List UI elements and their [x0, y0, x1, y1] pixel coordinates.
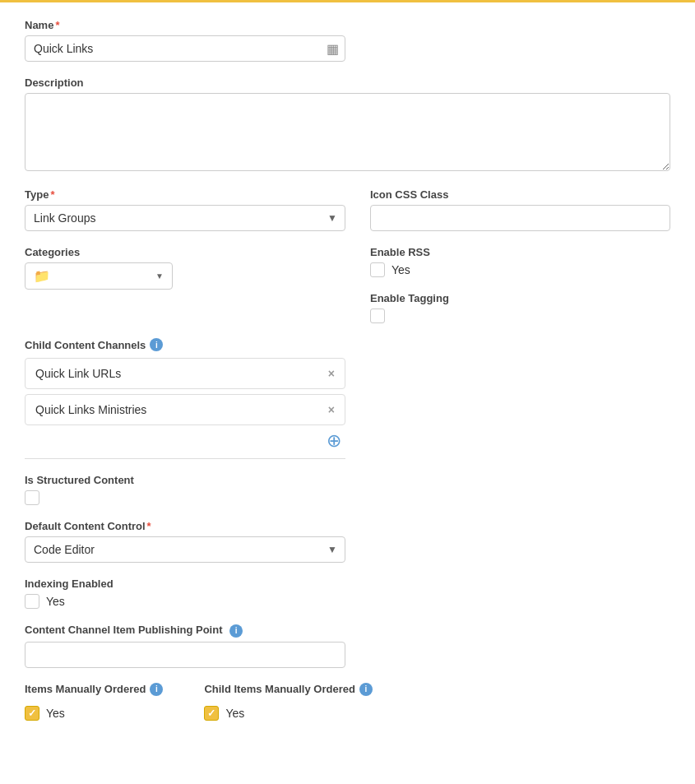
categories-row: Categories 📁 ▼ Enable RSS Yes Enable Tag…: [25, 246, 670, 338]
child-ordered-info-icon[interactable]: i: [359, 683, 373, 696]
add-channel-button[interactable]: ⊕: [327, 430, 341, 452]
name-input-wrapper: ▦: [25, 35, 345, 62]
channel-item-2-text: Quick Links Ministries: [35, 403, 146, 416]
default-content-label: Default Content Control*: [25, 520, 345, 532]
channel-item-1-text: Quick Link URLs: [35, 367, 121, 380]
description-textarea[interactable]: [25, 93, 670, 171]
icon-css-label: Icon CSS Class: [370, 188, 670, 201]
description-group: Description: [25, 77, 670, 174]
type-select-wrapper: Link Groups Content Channel Calendar Eve…: [25, 205, 345, 231]
categories-col: Categories 📁 ▼: [25, 246, 345, 338]
items-ordered-col: Items Manually Ordered i Yes: [25, 683, 163, 721]
enable-tagging-group: Enable Tagging: [370, 292, 670, 323]
indexing-label: Indexing Enabled: [25, 578, 670, 590]
channel-item-2-remove[interactable]: ×: [328, 403, 335, 416]
enable-tagging-label: Enable Tagging: [370, 292, 670, 304]
child-ordered-checkbox-group: Yes: [204, 706, 373, 721]
type-row: Type* Link Groups Content Channel Calend…: [25, 188, 670, 246]
items-ordered-info-icon[interactable]: i: [150, 683, 163, 696]
name-label: Name*: [25, 19, 670, 31]
name-required: *: [55, 19, 59, 31]
channel-item-1: Quick Link URLs ×: [25, 358, 345, 389]
icon-css-col: Icon CSS Class: [370, 188, 670, 246]
enable-rss-label: Enable RSS: [370, 246, 670, 258]
add-channel-wrapper: ⊕: [25, 430, 345, 452]
enable-rss-checkbox[interactable]: [370, 262, 385, 277]
is-structured-checkbox[interactable]: [25, 490, 39, 505]
is-structured-label: Is Structured Content: [25, 474, 670, 486]
child-ordered-col: Child Items Manually Ordered i Yes: [204, 683, 373, 721]
child-channels-info-icon[interactable]: i: [150, 338, 163, 351]
items-ordered-checkbox[interactable]: [25, 706, 39, 721]
categories-label: Categories: [25, 246, 345, 258]
icon-css-group: Icon CSS Class: [370, 188, 670, 231]
child-channels-group: Child Content Channels i Quick Link URLs…: [25, 338, 670, 459]
folder-icon: 📁: [34, 268, 50, 284]
child-channels-label-row: Child Content Channels i: [25, 338, 670, 351]
child-ordered-checkbox[interactable]: [204, 706, 219, 721]
publishing-point-input[interactable]: [25, 642, 345, 668]
type-label: Type*: [25, 188, 345, 201]
child-ordered-label-row: Child Items Manually Ordered i: [204, 683, 373, 696]
icon-css-input[interactable]: [370, 205, 670, 231]
type-required: *: [50, 188, 54, 201]
child-ordered-label: Child Items Manually Ordered: [204, 683, 355, 695]
categories-group: Categories 📁 ▼: [25, 246, 345, 290]
form-container: Name* ▦ Description Type* Link Groups Co…: [0, 0, 695, 784]
name-group: Name* ▦: [25, 19, 670, 62]
indexing-group: Indexing Enabled Yes: [25, 578, 670, 609]
items-ordered-label: Items Manually Ordered: [25, 683, 146, 695]
items-ordered-checkbox-group: Yes: [25, 706, 163, 721]
ordered-row: Items Manually Ordered i Yes Child Items…: [25, 683, 670, 721]
default-content-select-wrapper: Code Editor HTML Editor Plain Text ▼: [25, 536, 345, 563]
indexing-yes-label: Yes: [46, 595, 65, 608]
publishing-point-group: Content Channel Item Publishing Point i: [25, 624, 345, 668]
default-content-required: *: [147, 520, 151, 532]
child-ordered-yes-label: Yes: [225, 707, 244, 720]
indexing-checkbox-group: Yes: [25, 594, 670, 609]
channel-item-2: Quick Links Ministries ×: [25, 394, 345, 425]
type-select[interactable]: Link Groups Content Channel Calendar Eve…: [25, 205, 345, 231]
categories-chevron-down-icon: ▼: [155, 271, 164, 281]
child-channels-label-text: Child Content Channels: [25, 339, 146, 351]
description-label: Description: [25, 77, 670, 89]
type-group: Type* Link Groups Content Channel Calend…: [25, 188, 345, 231]
items-ordered-yes-label: Yes: [46, 707, 65, 720]
publishing-point-info-icon[interactable]: i: [229, 624, 243, 638]
default-content-group: Default Content Control* Code Editor HTM…: [25, 520, 345, 563]
publishing-point-label: Content Channel Item Publishing Point i: [25, 624, 345, 638]
default-content-select[interactable]: Code Editor HTML Editor Plain Text: [25, 536, 345, 563]
name-input[interactable]: [25, 35, 345, 62]
channel-item-1-remove[interactable]: ×: [328, 367, 335, 380]
channel-divider: [25, 458, 345, 459]
indexing-checkbox[interactable]: [25, 594, 39, 609]
items-ordered-label-row: Items Manually Ordered i: [25, 683, 163, 696]
table-icon: ▦: [327, 41, 339, 57]
type-col: Type* Link Groups Content Channel Calend…: [25, 188, 345, 246]
enable-rss-group: Enable RSS Yes: [370, 246, 670, 277]
enable-rss-yes-label: Yes: [392, 263, 410, 276]
rss-tagging-col: Enable RSS Yes Enable Tagging: [370, 246, 670, 338]
is-structured-group: Is Structured Content: [25, 474, 670, 505]
enable-rss-checkbox-group: Yes: [370, 262, 670, 277]
categories-picker[interactable]: 📁 ▼: [25, 262, 173, 290]
enable-tagging-checkbox[interactable]: [370, 308, 385, 323]
